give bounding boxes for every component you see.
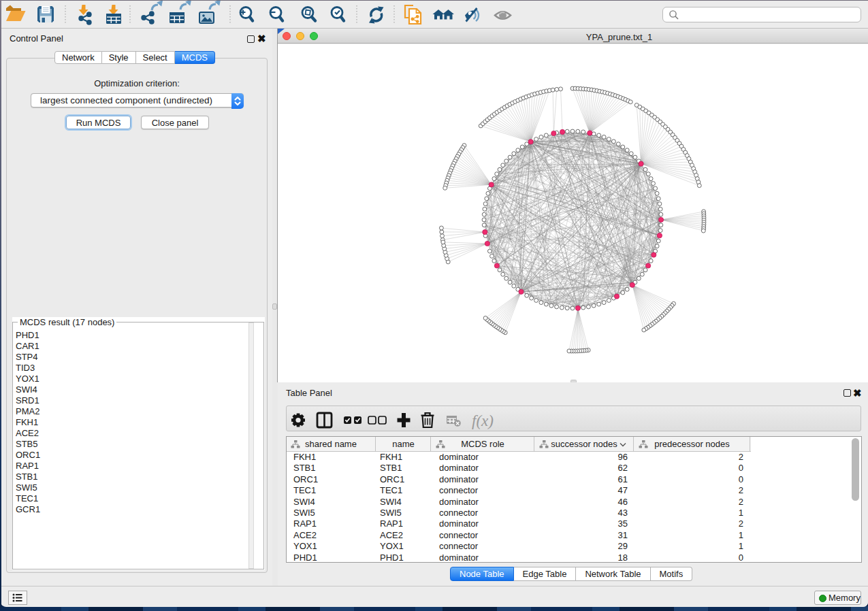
svg-text:f(x): f(x) [472, 412, 494, 429]
